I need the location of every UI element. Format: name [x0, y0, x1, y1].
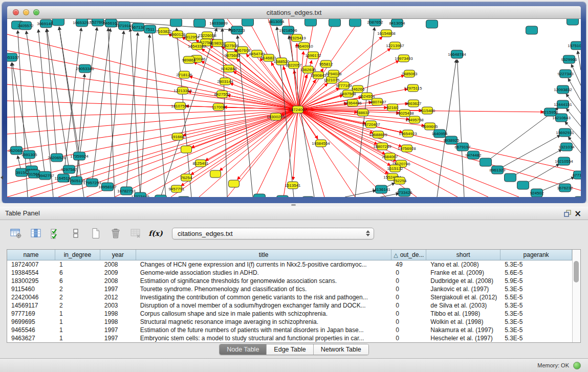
table-cell[interactable]: 1998 [100, 310, 136, 318]
table-cell[interactable]: Nakamura et al. (1997) [426, 326, 500, 334]
table-row[interactable]: 1938455462009Genome-wide association stu… [7, 269, 572, 277]
table-cell[interactable]: 18724007 [7, 260, 55, 269]
table-cell[interactable]: 0 [391, 293, 426, 301]
delete-table-icon[interactable] [109, 227, 122, 240]
table-row[interactable]: 946554611997Estimation of the future num… [7, 326, 572, 334]
table-cell[interactable]: Hescheler et al. (1997) [426, 334, 500, 342]
graph-edge-black[interactable] [437, 60, 456, 197]
table-row[interactable]: 2242004622012Investigating the contribut… [7, 293, 572, 301]
graph-edge-red[interactable] [298, 110, 581, 190]
table-cell[interactable]: 5.9E-5 [500, 277, 572, 285]
graph-node[interactable] [229, 180, 239, 187]
table-cell[interactable]: Franke et al. (2009) [426, 269, 500, 277]
table-cell[interactable]: Estimation of the future numbers of pati… [136, 326, 392, 334]
table-row[interactable]: 946362711997Embryonic stem cells: a mode… [7, 334, 572, 342]
tab-edge-table[interactable]: Edge Table [267, 344, 313, 355]
table-row[interactable]: 977716911998Corpus callosum shape and si… [7, 310, 572, 318]
graph-edge-red[interactable] [298, 52, 303, 110]
divider-grip-icon[interactable] [291, 204, 296, 206]
table-cell[interactable]: 1998 [100, 318, 136, 326]
table-row[interactable]: 1872400712008Changes of HCN gene express… [7, 260, 572, 269]
graph-edge-black[interactable] [458, 60, 464, 197]
table-cell[interactable]: Embryonic stem cells: a model to study s… [136, 334, 392, 342]
graph-node[interactable] [242, 19, 254, 26]
table-cell[interactable]: 9777169 [7, 310, 55, 318]
close-window-icon[interactable] [13, 9, 19, 15]
graph-edge-black[interactable] [510, 149, 561, 178]
row-height-icon[interactable] [69, 227, 82, 240]
table-cell[interactable]: 5.3E-5 [500, 334, 572, 342]
table-cell[interactable]: 5.3E-5 [500, 301, 572, 310]
table-cell[interactable]: 1 [55, 326, 100, 334]
function-builder-icon[interactable]: f(x) [149, 227, 162, 240]
graph-edge-black[interactable] [497, 135, 560, 170]
table-cell[interactable]: 0 [391, 269, 426, 277]
graph-node[interactable] [170, 19, 182, 27]
table-cell[interactable]: 2 [55, 285, 100, 293]
table-cell[interactable]: Genome-wide association studies in ADHD. [136, 269, 392, 277]
table-cell[interactable]: 5.3E-5 [500, 260, 572, 269]
table-cell[interactable]: Structural magnetic resonance image aver… [136, 318, 392, 326]
table-cell[interactable]: 0 [391, 326, 426, 334]
column-header-out_de[interactable]: △out_de... [391, 250, 426, 260]
table-cell[interactable]: Tibbo et al. (1998) [426, 310, 500, 318]
graph-node[interactable] [505, 173, 516, 182]
minimize-window-icon[interactable] [23, 9, 29, 15]
table-cell[interactable]: 2 [55, 301, 100, 310]
graph-node[interactable] [517, 181, 529, 189]
graph-node[interactable] [526, 26, 538, 34]
column-header-title[interactable]: title [136, 250, 392, 260]
table-cell[interactable]: de Silva et al. (2003) [426, 301, 500, 310]
table-cell[interactable]: Dudbridge et al. (2008) [426, 277, 500, 285]
graph-edge-red[interactable] [7, 34, 298, 110]
table-cell[interactable]: 0 [391, 285, 426, 293]
table-cell[interactable]: 9115460 [7, 285, 55, 293]
graph-edge-black[interactable] [107, 31, 124, 187]
graph-node[interactable] [426, 20, 438, 28]
table-scrollbar[interactable] [572, 250, 580, 342]
table-cell[interactable]: 6 [55, 277, 100, 285]
table-row[interactable]: 1830029562008Estimation of significance … [7, 277, 572, 285]
table-cell[interactable]: 0 [391, 318, 426, 326]
table-cell[interactable]: 9465546 [7, 326, 55, 334]
table-cell[interactable]: 2 [55, 293, 100, 301]
graph-edge-red[interactable] [7, 110, 298, 197]
graph-edge-red[interactable] [7, 84, 298, 110]
column-header-pagerank[interactable]: pagerank [500, 250, 572, 260]
table-cell[interactable]: 1 [55, 260, 100, 269]
table-cell[interactable]: Yano et al. (2008) [426, 260, 500, 269]
table-cell[interactable]: Wolkin et al. (1998) [426, 318, 500, 326]
table-cell[interactable]: 5.6E-5 [500, 269, 572, 277]
table-cell[interactable]: 1 [55, 318, 100, 326]
graph-edge-red[interactable] [190, 76, 298, 110]
network-canvas[interactable]: 1872400771638228960128891295423226058982… [7, 19, 581, 197]
graph-node[interactable] [305, 19, 317, 26]
column-header-year[interactable]: year [100, 250, 136, 260]
table-cell[interactable]: 14569117 [7, 301, 55, 310]
table-cell[interactable]: 5.3E-5 [500, 285, 572, 293]
table-row[interactable]: 1456911722003Disruption of a novel membe… [7, 301, 572, 310]
table-settings-icon[interactable] [9, 227, 23, 240]
graph-edge-black[interactable] [12, 63, 16, 150]
graph-edge-red[interactable] [30, 110, 298, 197]
table-cell[interactable]: 1 [55, 310, 100, 318]
graph-edge-black[interactable] [578, 51, 581, 70]
graph-node[interactable] [53, 19, 64, 26]
graph-node[interactable] [210, 170, 221, 178]
graph-edge-black[interactable] [345, 190, 376, 197]
table-cell[interactable]: 0 [391, 277, 426, 285]
graph-node[interactable] [350, 19, 361, 27]
column-header-short[interactable]: short [426, 250, 500, 260]
graph-edge-red[interactable] [233, 72, 298, 110]
table-cell[interactable]: Disruption of a novel member of a sodium… [136, 301, 392, 310]
table-cell[interactable]: 0 [391, 301, 426, 310]
table-cell[interactable]: 5.3E-5 [500, 318, 572, 326]
network-window-titlebar[interactable]: citations_edges.txt [7, 6, 581, 19]
column-header-in_degree[interactable]: in_degree [55, 250, 100, 260]
select-columns-icon[interactable] [29, 227, 42, 240]
table-selector-dropdown[interactable]: citations_edges.txt [172, 228, 374, 239]
tab-network-table[interactable]: Network Table [314, 344, 368, 355]
graph-edge-red[interactable] [86, 110, 298, 197]
table-cell[interactable]: Tourette syndrome. Phenomenology and cla… [136, 285, 392, 293]
graph-edge-red[interactable] [194, 62, 298, 110]
